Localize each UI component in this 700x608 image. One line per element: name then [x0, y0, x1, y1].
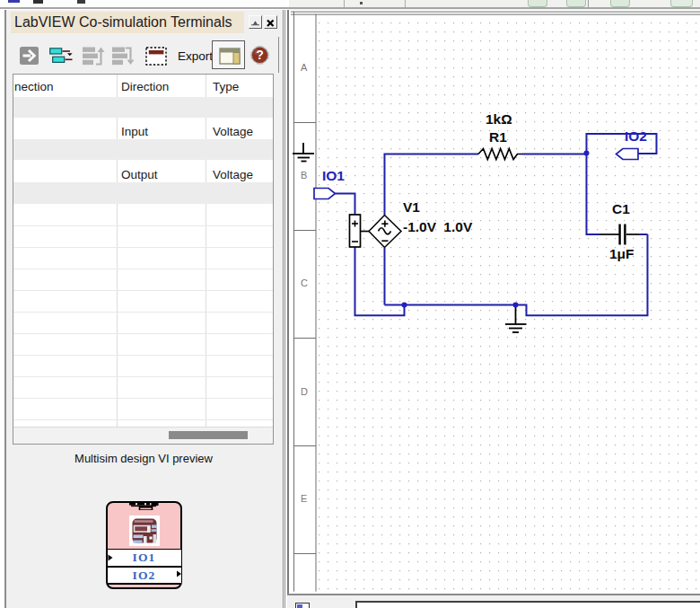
svg-text:C1: C1 [612, 201, 630, 216]
svg-text:D: D [301, 386, 308, 397]
svg-text:C: C [301, 278, 308, 288]
svg-text:B: B [301, 170, 307, 181]
svg-text:-1.0V 1.0V: -1.0V 1.0V [403, 219, 473, 234]
svg-text:A: A [301, 62, 308, 73]
svg-text:Export: Export [178, 49, 213, 63]
svg-text:1μF: 1μF [609, 246, 634, 261]
svg-text:R1: R1 [489, 129, 507, 145]
svg-text:V1: V1 [403, 199, 420, 215]
svg-text:1kΩ: 1kΩ [486, 111, 512, 127]
svg-text:E: E [301, 493, 307, 504]
svg-text:?: ? [256, 48, 264, 62]
svg-text:IO1: IO1 [322, 168, 345, 183]
svg-text:IO2: IO2 [625, 128, 647, 144]
